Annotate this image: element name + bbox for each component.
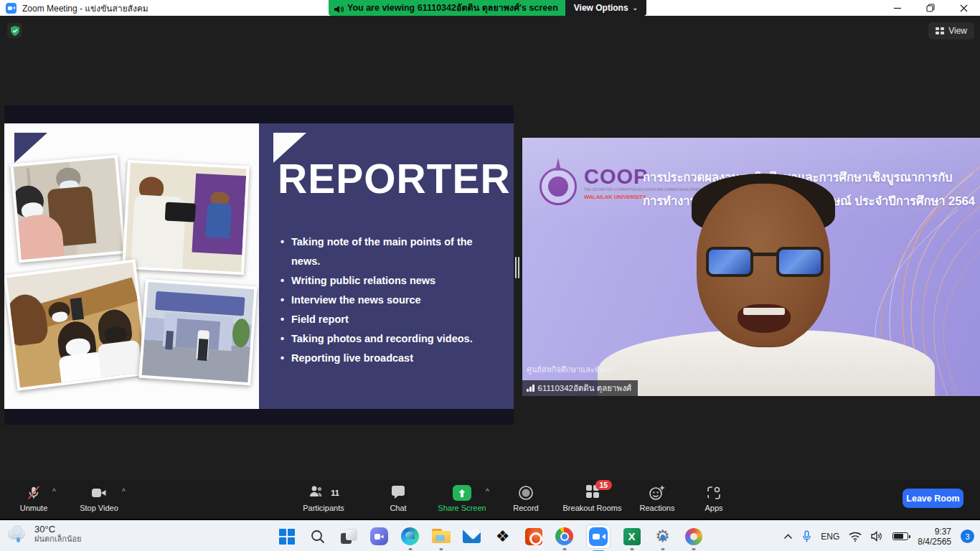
clock[interactable]: 9:37 8/4/2565 <box>918 527 951 547</box>
photo-selfie-group <box>4 259 149 390</box>
photo-camera-crew <box>122 160 250 276</box>
participants-button[interactable]: 11 Participants <box>295 484 352 512</box>
settings-button[interactable]: ⚙ <box>654 527 672 546</box>
record-icon <box>518 484 534 501</box>
excel-button[interactable]: X <box>623 527 641 546</box>
reactions-icon <box>649 484 666 501</box>
chrome-button[interactable] <box>555 527 574 546</box>
mic-in-use-icon[interactable] <box>802 530 811 543</box>
banner-text: You are viewing 61110342อัตดิน ตุลยาพงศ์… <box>347 1 558 15</box>
meeting-area: View <box>0 16 980 519</box>
minimize-button[interactable] <box>881 0 914 16</box>
share-screen-icon <box>453 485 471 501</box>
panel-resize-handle[interactable] <box>514 257 520 278</box>
speaker-video-tile: COOP THE CENTER FOR COOPERATIVE EDUCATIO… <box>522 138 980 396</box>
zoom-icon <box>586 524 611 549</box>
apps-icon <box>706 484 722 501</box>
share-options-chevron[interactable]: ^ <box>486 488 489 496</box>
tray-chevron-up-icon[interactable] <box>783 534 793 540</box>
participant-name-label: 61110342อัตดิน ตุลยาพงศ์ <box>522 380 638 396</box>
office-button[interactable] <box>524 527 543 546</box>
breakout-rooms-button[interactable]: 15 Breakout Rooms <box>558 484 626 512</box>
wifi-icon[interactable] <box>849 532 862 542</box>
photo-interview <box>10 155 126 263</box>
slide-bullet: Field report <box>281 310 496 329</box>
window-title: Zoom Meeting - แข่งขันสายสังคม <box>22 1 149 15</box>
windows-taskbar: 30°C ฝนตกเล็กน้อย <box>0 520 980 551</box>
paint-palette-icon <box>685 528 702 545</box>
glasses <box>706 247 824 278</box>
task-view-icon <box>341 529 357 544</box>
slide-bullet: Writing public relations news <box>281 271 496 291</box>
battery-icon[interactable] <box>892 532 908 540</box>
close-button[interactable] <box>947 0 980 16</box>
dropbox-icon: ❖ <box>496 529 510 545</box>
zoom-toolbar: Unmute ^ Stop Video ^ 11 Participants <box>0 479 980 519</box>
slide-caption-overlay: ศูนย์สหกิจศึกษาและพัฒนา <box>527 363 617 376</box>
chevron-down-icon: ⌄ <box>633 4 639 11</box>
chat-bubble-icon <box>390 484 406 501</box>
video-camera-icon <box>90 484 108 501</box>
search-button[interactable] <box>308 527 327 546</box>
speaker-mouth <box>738 304 791 333</box>
screen-share-banner: You are viewing 61110342อัตดิน ตุลยาพงศ์… <box>329 0 646 16</box>
task-view-button[interactable] <box>339 527 358 546</box>
photo-building <box>138 279 257 386</box>
speaker-icon <box>334 4 344 12</box>
chrome-icon <box>555 527 573 545</box>
gear-icon: ⚙ <box>655 528 670 545</box>
slide-bullet: Taking note of the main points of the ne… <box>281 232 496 271</box>
dropbox-button[interactable]: ❖ <box>494 527 512 546</box>
windows-logo-icon <box>279 529 295 545</box>
unmute-button[interactable]: Unmute <box>13 484 55 512</box>
restore-button[interactable] <box>914 0 947 16</box>
unmute-options-chevron[interactable]: ^ <box>52 488 56 496</box>
participants-count: 11 <box>331 489 339 497</box>
chat-button[interactable]: Chat <box>380 484 416 512</box>
language-indicator[interactable]: ENG <box>821 532 839 542</box>
zoom-app-icon <box>6 3 17 14</box>
corner-triangle <box>14 133 47 163</box>
teams-chat-icon <box>370 527 388 545</box>
slide-bullet-list: Taking note of the main points of the ne… <box>281 232 496 368</box>
slide-text-panel: REPORTER Taking note of the main points … <box>259 123 514 409</box>
edge-browser-button[interactable] <box>401 527 420 546</box>
screen: Zoom Meeting - แข่งขันสายสังคม You are v… <box>0 0 980 551</box>
paint-button[interactable] <box>684 527 703 546</box>
apps-button[interactable]: Apps <box>697 484 730 512</box>
notification-badge[interactable]: 3 <box>961 529 974 543</box>
view-options-button[interactable]: View Options ⌄ <box>565 0 646 16</box>
start-button[interactable] <box>278 527 296 546</box>
office-icon <box>525 528 542 545</box>
video-options-chevron[interactable]: ^ <box>122 488 126 496</box>
edge-icon <box>401 527 419 545</box>
tray-date: 8/4/2565 <box>918 537 951 547</box>
slide-bullet: Reporting live broadcast <box>281 349 496 368</box>
signal-bars-icon <box>527 385 534 392</box>
shared-screen: REPORTER Taking note of the main points … <box>4 105 514 425</box>
zoom-taskbar-button[interactable] <box>586 524 611 549</box>
teams-chat-button[interactable] <box>370 527 389 546</box>
system-tray: ENG 9:37 8/4/2565 3 <box>783 521 974 551</box>
muted-mic-icon <box>26 484 42 501</box>
leave-room-button[interactable]: Leave Room <box>903 489 963 508</box>
slide-bullet: Interview the news source <box>281 291 496 310</box>
reactions-button[interactable]: Reactions <box>633 484 682 512</box>
tray-time: 9:37 <box>918 527 951 537</box>
grid-icon <box>936 27 944 34</box>
stop-video-button[interactable]: Stop Video <box>75 484 123 512</box>
record-button[interactable]: Record <box>506 484 546 512</box>
folder-icon <box>432 529 451 544</box>
speaker-portrait <box>522 138 980 396</box>
volume-icon[interactable] <box>871 531 883 542</box>
file-explorer-button[interactable] <box>432 527 451 546</box>
excel-icon: X <box>623 528 641 545</box>
security-shield-icon[interactable] <box>7 23 22 38</box>
breakout-rooms-badge: 15 <box>595 480 613 490</box>
mail-button[interactable] <box>463 527 481 546</box>
view-layout-button[interactable]: View <box>928 22 974 39</box>
share-screen-button[interactable]: Share Screen <box>430 484 494 512</box>
participants-icon <box>308 485 325 501</box>
mail-icon <box>463 529 481 543</box>
slide-bullet: Taking photos and recording videos. <box>281 329 496 349</box>
